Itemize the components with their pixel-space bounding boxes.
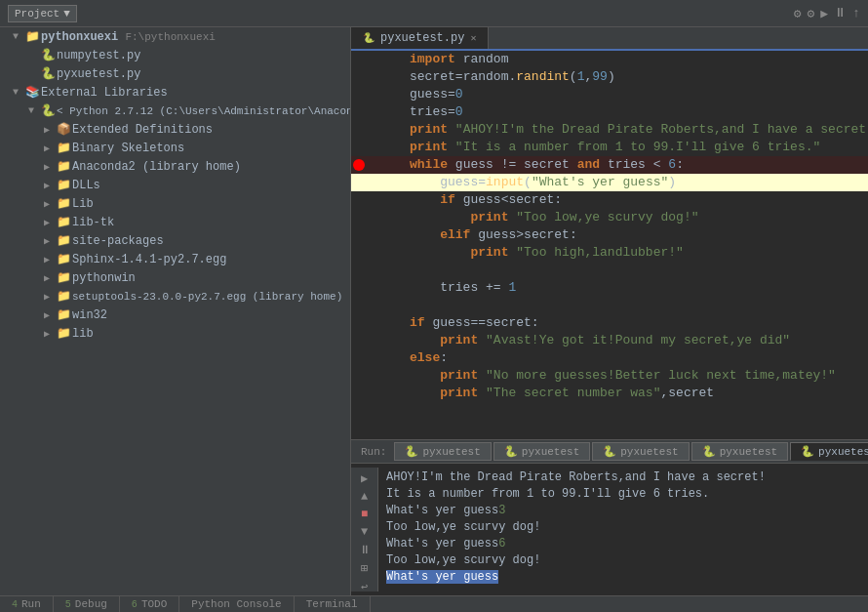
bp-col-17 — [351, 332, 367, 349]
external-lib-icon: 📚 — [23, 85, 41, 100]
console-run-btn[interactable]: ▶ — [355, 471, 375, 486]
console: ▶ ▲ ■ ▼ ⏸ ⊞ ↩ >> AHOY!I'm the Dread Pira… — [351, 464, 868, 595]
line-content-1: import random — [406, 51, 868, 68]
bp-col-13 — [351, 262, 367, 279]
console-line-6: Too low,ye scurvy dog! — [386, 552, 860, 569]
expand-arrow-lib: ▶ — [39, 198, 55, 210]
tab-bar: 🐍 pyxuetest.py ✕ — [351, 27, 868, 51]
status-tab-todo[interactable]: 6 TODO — [120, 596, 179, 612]
console-output[interactable]: AHOY!I'm the Dread Pirate Roberts,and I … — [378, 468, 868, 592]
code-line-8: guess=input("What's yer guess") — [351, 174, 868, 191]
bp-col-4 — [351, 103, 367, 121]
code-line-4: tries=0 — [351, 103, 868, 121]
console-stop-btn[interactable]: ■ — [355, 508, 375, 521]
settings-icon[interactable]: ⚙ — [794, 6, 802, 21]
run-tab-1[interactable]: 🐍 pyxuetest — [394, 442, 491, 461]
bp-col-10 — [351, 209, 367, 226]
sidebar-item-pyxuetest[interactable]: 🐍 pyxuetest.py — [0, 64, 350, 83]
sidebar-item-extended-defs[interactable]: ▶ 📦 Extended Definitions — [0, 120, 350, 139]
status-tab-python-console[interactable]: Python Console — [179, 596, 294, 612]
bp-col-12 — [351, 244, 367, 262]
code-line-19: print "No more guesses!Better luck next … — [351, 367, 868, 385]
sidebar-item-sphinx[interactable]: ▶ 📁 Sphinx-1.4.1-py2.7.egg — [0, 250, 350, 268]
expand-arrow-py: ▼ — [23, 105, 39, 116]
status-tab-terminal[interactable]: Terminal — [295, 596, 371, 612]
console-down-btn[interactable]: ▼ — [355, 525, 375, 539]
play-icon[interactable]: ▶ — [820, 6, 828, 21]
line-num-8 — [367, 174, 406, 191]
sidebar-item-setuptools[interactable]: ▶ 📁 setuptools-23.0.0-py2.7.egg (library… — [0, 287, 350, 306]
site-packages-icon: 📁 — [55, 233, 72, 248]
sidebar-item-root[interactable]: ▼ 📁 pythonxuexi F:\pythonxuexi — [0, 27, 350, 46]
toolbar-left: Project ▼ — [8, 5, 77, 22]
binary-label: Binary Skeletons — [72, 142, 184, 155]
sidebar: ▼ 📁 pythonxuexi F:\pythonxuexi 🐍 numpyte… — [0, 27, 351, 595]
console-line-5: What's yer guess6 — [386, 536, 860, 552]
sidebar-item-dlls[interactable]: ▶ 📁 DLLs — [0, 176, 350, 194]
sidebar-item-lib[interactable]: ▶ 📁 Lib — [0, 194, 350, 213]
console-pause-btn[interactable]: ⏸ — [355, 543, 375, 557]
line-content-15 — [406, 297, 868, 314]
sidebar-item-numpytest[interactable]: 🐍 numpytest.py — [0, 46, 350, 64]
up-icon[interactable]: ↑ — [852, 6, 860, 21]
line-num-20 — [367, 385, 406, 402]
sidebar-item-python[interactable]: ▼ 🐍 < Python 2.7.12 (C:\Users\Administra… — [0, 102, 350, 120]
code-line-13 — [351, 262, 868, 279]
console-grid-btn[interactable]: ⊞ — [355, 561, 375, 576]
python-file-icon: 🐍 — [39, 48, 57, 62]
expand-arrow-an: ▶ — [39, 161, 55, 173]
line-content-5: print "AHOY!I'm the Dread Pirate Roberts… — [406, 121, 868, 139]
code-line-11: elif guess>secret: — [351, 226, 868, 244]
run-tab-4[interactable]: 🐍 pyxuetest — [691, 442, 788, 461]
sidebar-item-anaconda[interactable]: ▶ 📁 Anaconda2 (library home) — [0, 157, 350, 176]
pythonwin-icon: 📁 — [55, 270, 72, 285]
sidebar-item-win32[interactable]: ▶ 📁 win32 — [0, 306, 350, 324]
console-line-4: Too low,ye scurvy dog! — [386, 519, 860, 536]
tab-close-btn[interactable]: ✕ — [470, 32, 476, 44]
sidebar-item-site-packages[interactable]: ▶ 📁 site-packages — [0, 231, 350, 250]
line-content-11: elif guess>secret: — [406, 226, 868, 244]
status-tab-debug[interactable]: 5 Debug — [54, 596, 120, 612]
external-lib-label: External Libraries — [41, 86, 168, 100]
pause-icon[interactable]: ⏸ — [834, 6, 847, 21]
console-up-btn[interactable]: ▲ — [355, 490, 375, 504]
console-line-7: What's yer guess — [386, 569, 860, 586]
line-content-14: tries += 1 — [406, 279, 868, 297]
dlls-icon: 📁 — [55, 178, 72, 192]
project-dropdown[interactable]: Project ▼ — [8, 5, 77, 22]
status-num-run: 4 — [12, 599, 18, 610]
expand-arrow-bin: ▶ — [39, 143, 55, 154]
run-tab-5[interactable]: 🐍 pyxuetest — [790, 442, 868, 461]
sidebar-item-libtk[interactable]: ▶ 📁 lib-tk — [0, 213, 350, 231]
expand-arrow-ltk: ▶ — [39, 217, 55, 228]
line-content-6: print "It is a number from 1 to 99.I'll … — [406, 139, 868, 156]
line-num-9 — [367, 191, 406, 209]
binary-icon: 📁 — [55, 141, 72, 155]
setuptools-icon: 📁 — [55, 289, 72, 304]
line-content-12: print "Too high,landlubber!" — [406, 244, 868, 262]
code-editor[interactable]: import random secret=random.randint(1,99… — [351, 51, 868, 439]
code-line-7: while guess != secret and tries < 6: — [351, 156, 868, 174]
run-tab-3[interactable]: 🐍 pyxuetest — [592, 442, 689, 461]
sidebar-item-pythonwin[interactable]: ▶ 📁 pythonwin — [0, 268, 350, 287]
console-sidebar: ▶ ▲ ■ ▼ ⏸ ⊞ ↩ >> — [351, 468, 378, 592]
line-num-7 — [367, 156, 406, 174]
toolbar: Project ▼ ⚙ ⚙ ▶ ⏸ ↑ — [0, 0, 868, 27]
console-line-3: What's yer guess3 — [386, 503, 860, 519]
python-icon: 🐍 — [39, 103, 57, 118]
code-line-1: import random — [351, 51, 868, 68]
build-icon[interactable]: ⚙ — [808, 6, 815, 21]
site-packages-label: site-packages — [72, 234, 164, 248]
sidebar-item-external[interactable]: ▼ 📚 External Libraries — [0, 83, 350, 102]
sidebar-item-lib2[interactable]: ▶ 📁 lib — [0, 324, 350, 343]
status-tab-run[interactable]: 4 Run — [0, 596, 54, 612]
win32-icon: 📁 — [55, 307, 72, 322]
line-num-10 — [367, 209, 406, 226]
sidebar-item-binary[interactable]: ▶ 📁 Binary Skeletons — [0, 139, 350, 157]
console-wrap-btn[interactable]: ↩ — [355, 580, 375, 594]
expand-arrow: ▼ — [8, 31, 23, 42]
bp-col-19 — [351, 367, 367, 385]
lib2-label: lib — [72, 327, 94, 341]
run-tab-2[interactable]: 🐍 pyxuetest — [493, 442, 590, 461]
tab-pyxuetest[interactable]: 🐍 pyxuetest.py ✕ — [351, 27, 489, 49]
